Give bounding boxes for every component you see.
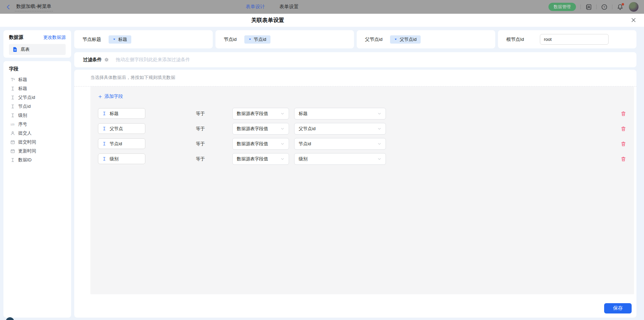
chevron-down-icon [280, 142, 285, 146]
field-item[interactable]: 序号 [9, 120, 66, 129]
contacts-icon[interactable] [585, 4, 592, 10]
text-field-icon [102, 157, 107, 161]
close-icon[interactable] [631, 17, 636, 23]
field-item[interactable]: 提交人 [9, 129, 66, 138]
mapping-card: 节点id 节点id [215, 30, 354, 48]
caret-down-icon [113, 38, 116, 41]
rule-source-value: 数据源表字段值 [237, 111, 268, 117]
field-item-label: 提交时间 [18, 139, 36, 145]
nav-left: 数据加载-树菜单 [5, 3, 53, 11]
rule-source-value: 数据源表字段值 [237, 126, 268, 132]
page-title[interactable]: 数据加载-树菜单 [15, 3, 53, 11]
save-button[interactable]: 保存 [604, 303, 632, 313]
fields-title: 字段 [9, 66, 66, 72]
datasource-title: 数据源 [9, 34, 23, 41]
back-icon[interactable] [5, 4, 11, 10]
fill-rules-card: 当选择具体数据后，将按如下规则填充数据 添加字段 标题 [74, 70, 636, 318]
rule-target-field-label: 父节点 [110, 126, 123, 132]
text-field-icon [102, 126, 107, 131]
rule-row: 节点id 等于 数据源表字段值 节点id [98, 138, 626, 150]
rule-operator: 等于 [196, 111, 206, 117]
filter-dropzone-placeholder[interactable]: 拖动左侧字段到此处来添加过滤条件 [116, 57, 190, 63]
field-item[interactable]: 更新时间 [9, 147, 66, 156]
field-item-label: 级别 [18, 112, 27, 118]
number-icon [10, 122, 15, 127]
gear-icon[interactable] [104, 57, 109, 62]
rule-source-value: 数据源表字段值 [237, 141, 268, 147]
rules-list: 标题 等于 数据源表字段值 标题 [98, 108, 634, 165]
notifications[interactable] [617, 4, 623, 10]
root-node-input[interactable] [540, 34, 609, 45]
field-item-label: 标题 [18, 85, 27, 92]
divider [612, 4, 612, 9]
field-item-label: 提交人 [18, 130, 32, 136]
field-item[interactable]: 数据ID [9, 156, 66, 164]
top-navbar: 数据加载-树菜单 表单设计表单设置 数据管理 [0, 0, 644, 14]
mapping-field-tag[interactable]: 父节点id [390, 35, 421, 44]
field-item-label: 标题 [18, 77, 27, 83]
chevron-down-icon [280, 157, 285, 161]
delete-rule-button[interactable] [621, 156, 626, 162]
text-icon [10, 86, 15, 91]
caret-down-icon [248, 38, 252, 41]
rule-target-field-label: 标题 [110, 111, 119, 117]
mapping-field-tag[interactable]: 节点id [244, 35, 270, 44]
delete-rule-button[interactable] [621, 126, 626, 132]
rule-value-select[interactable]: 级别 [294, 153, 386, 165]
chevron-down-icon [377, 157, 381, 161]
rule-source-select[interactable]: 数据源表字段值 [232, 108, 289, 119]
filter-label: 过滤条件 [83, 57, 102, 63]
delete-rule-button[interactable] [621, 141, 626, 147]
rule-target-field[interactable]: 节点id [98, 138, 145, 149]
calendar-icon [10, 140, 15, 145]
delete-rule-button[interactable] [621, 111, 626, 116]
trash-icon [621, 126, 626, 132]
rule-row: 级别 等于 数据源表字段值 级别 [98, 153, 626, 165]
mapping-field-tag-label: 父节点id [400, 36, 417, 43]
mapping-card: 父节点id 父节点id [357, 30, 495, 48]
rule-value-select[interactable]: 父节点id [294, 123, 386, 135]
table-file-icon [12, 47, 18, 52]
divider [596, 4, 597, 9]
rule-target-field[interactable]: 级别 [98, 153, 145, 164]
datasource-table-item[interactable]: 底表 [9, 44, 66, 55]
rule-target-field[interactable]: 标题 [98, 108, 145, 119]
notification-badge [622, 3, 624, 5]
rule-value-value: 级别 [299, 156, 308, 162]
nav-tab[interactable]: 表单设置 [279, 4, 299, 10]
rule-source-select[interactable]: 数据源表字段值 [232, 138, 289, 150]
rule-row: 父节点 等于 数据源表字段值 父节点id [98, 123, 626, 135]
rule-value-select[interactable]: 节点id [294, 138, 386, 150]
field-item[interactable]: 父节点id [9, 93, 66, 102]
field-item[interactable]: 标题 [9, 84, 66, 93]
chevron-down-icon [377, 142, 381, 146]
modal-body: 数据源 更改数据源 底表 字段 标题 标题 [0, 27, 644, 320]
field-item-label: 数据ID [18, 157, 32, 163]
field-item-label: 节点id [18, 103, 31, 110]
field-item-label: 序号 [18, 121, 27, 127]
rule-source-select[interactable]: 数据源表字段值 [232, 123, 289, 135]
avatar[interactable] [629, 2, 639, 12]
root-node-label: 根节点Id [506, 36, 524, 43]
rule-value-value: 父节点id [299, 126, 315, 132]
field-item[interactable]: 标题 [9, 75, 66, 84]
nav-tabs: 表单设计表单设置 [246, 0, 299, 14]
divider [580, 4, 581, 9]
rule-target-field[interactable]: 父节点 [98, 123, 145, 134]
mapping-field-tag[interactable]: 标题 [109, 35, 131, 44]
field-item[interactable]: 节点id [9, 102, 66, 111]
add-field-label: 添加字段 [104, 93, 123, 100]
rule-value-select[interactable]: 标题 [294, 108, 386, 119]
change-datasource-link[interactable]: 更改数据源 [43, 34, 66, 41]
add-field-button[interactable]: 添加字段 [98, 93, 123, 100]
field-item[interactable]: 级别 [9, 111, 66, 120]
rule-target-field-label: 节点id [110, 141, 122, 147]
chevron-down-icon [377, 127, 381, 131]
help-icon[interactable] [601, 4, 608, 10]
nav-tab[interactable]: 表单设计 [246, 4, 265, 10]
rule-source-select[interactable]: 数据源表字段值 [232, 153, 289, 165]
plus-icon [98, 94, 102, 99]
field-item[interactable]: 提交时间 [9, 138, 66, 147]
data-manage-button[interactable]: 数据管理 [548, 3, 576, 11]
filter-bar: 过滤条件 拖动左侧字段到此处来添加过滤条件 [74, 52, 636, 67]
